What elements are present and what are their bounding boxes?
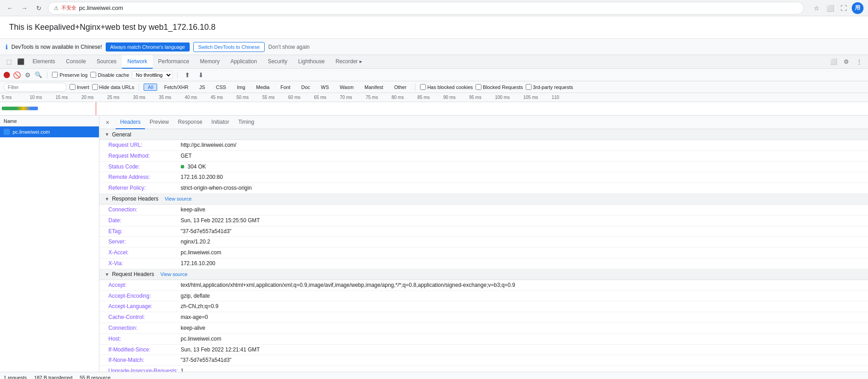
general-section-header[interactable]: ▼ General bbox=[99, 129, 868, 140]
page-content: This is Keepalived+Nginx+web test by web… bbox=[0, 16, 868, 39]
filter-icon[interactable]: ⚙ bbox=[23, 71, 32, 79]
tab-console[interactable]: Console bbox=[61, 55, 91, 69]
extensions-button[interactable]: ⬜ bbox=[825, 3, 835, 14]
response-xvia-row: X-Via: 172.16.10.200 bbox=[99, 258, 868, 269]
resource-size: 55 B resource bbox=[79, 375, 110, 379]
filter-font[interactable]: Font bbox=[276, 84, 294, 91]
reload-button[interactable]: ↻ bbox=[33, 3, 44, 14]
hide-data-urls-checkbox[interactable]: Hide data URLs bbox=[92, 84, 135, 90]
third-party-checkbox[interactable]: 3rd-party requests bbox=[526, 84, 573, 90]
tab-preview[interactable]: Preview bbox=[145, 116, 173, 129]
timeline-body bbox=[0, 102, 868, 116]
remote-address-label: Remote Address: bbox=[108, 173, 181, 181]
switch-chinese-button[interactable]: Switch DevTools to Chinese bbox=[193, 42, 265, 52]
export-icon[interactable]: ⬇ bbox=[196, 70, 206, 80]
referrer-policy-label: Referrer Policy: bbox=[108, 184, 181, 192]
tab-application[interactable]: Application bbox=[225, 55, 262, 69]
device-toggle-icon[interactable]: ⬛ bbox=[15, 56, 26, 67]
tab-security[interactable]: Security bbox=[262, 55, 293, 69]
request-item[interactable]: 🌐 pc.linweiwei.com bbox=[0, 126, 99, 137]
response-headers-section-header[interactable]: ▼ Response Headers View source bbox=[99, 194, 868, 205]
req-upgrade-insecure-key: Upgrade-Insecure-Requests: bbox=[108, 367, 181, 372]
filter-fetch-xhr[interactable]: Fetch/XHR bbox=[160, 84, 192, 91]
tick-20ms: 20 ms bbox=[68, 95, 93, 100]
tab-lighthouse[interactable]: Lighthouse bbox=[293, 55, 330, 69]
req-if-none-match-value: "37-5d7e557a541d3" bbox=[181, 356, 232, 364]
forward-button[interactable]: → bbox=[19, 3, 30, 14]
response-headers-view-source[interactable]: View source bbox=[165, 196, 192, 201]
match-language-button[interactable]: Always match Chrome's language bbox=[106, 42, 190, 51]
response-xaccel-key: X-Accel: bbox=[108, 249, 181, 257]
more-options-icon[interactable]: ⋮ bbox=[854, 56, 864, 67]
req-if-modified-since-key: If-Modified-Since: bbox=[108, 346, 181, 354]
name-column-header: Name bbox=[4, 118, 17, 124]
has-blocked-cookies-checkbox[interactable]: Has blocked cookies bbox=[420, 84, 473, 90]
response-etag-value: "37-5d7e557a541d3" bbox=[181, 228, 232, 235]
tab-elements[interactable]: Elements bbox=[27, 55, 61, 69]
tab-memory[interactable]: Memory bbox=[195, 55, 225, 69]
request-headers-section-header[interactable]: ▼ Request Headers View source bbox=[99, 269, 868, 280]
throttle-select[interactable]: No throttling bbox=[132, 71, 173, 79]
preserve-log-checkbox[interactable]: Preserve log bbox=[52, 72, 88, 78]
tab-network[interactable]: Network bbox=[122, 55, 153, 69]
dock-icon[interactable]: ⬜ bbox=[828, 56, 839, 67]
tab-recorder[interactable]: Recorder ▸ bbox=[330, 55, 368, 69]
filter-js[interactable]: JS bbox=[195, 84, 209, 91]
devtools-infobar: ℹ DevTools is now available in Chinese! … bbox=[0, 39, 868, 55]
separator2 bbox=[177, 71, 177, 79]
back-button[interactable]: ← bbox=[5, 3, 15, 14]
filter-css[interactable]: CSS bbox=[212, 84, 230, 91]
tab-performance[interactable]: Performance bbox=[153, 55, 195, 69]
filter-input[interactable] bbox=[4, 83, 67, 92]
tick-75ms: 75 ms bbox=[352, 95, 378, 100]
response-xvia-key: X-Via: bbox=[108, 260, 181, 267]
network-toolbar: 🚫 ⚙ 🔍 Preserve log Disable cache No thro… bbox=[0, 69, 868, 81]
tab-response[interactable]: Response bbox=[173, 116, 207, 129]
tab-sources[interactable]: Sources bbox=[91, 55, 122, 69]
main-content: Name 🌐 pc.linweiwei.com × Headers Previe… bbox=[0, 116, 868, 372]
request-method-value: GET bbox=[181, 152, 192, 160]
filter-all[interactable]: All bbox=[144, 84, 157, 91]
invert-checkbox[interactable]: Invert bbox=[70, 84, 89, 90]
filter-doc[interactable]: Doc bbox=[297, 84, 314, 91]
dont-show-link[interactable]: Don't show again bbox=[268, 44, 310, 50]
response-server-key: Server: bbox=[108, 238, 181, 246]
devtools-right-icons: ⬜ ⚙ ⋮ bbox=[828, 56, 864, 67]
clear-button[interactable]: 🚫 bbox=[13, 71, 21, 79]
info-icon: ℹ bbox=[5, 43, 8, 51]
search-icon[interactable]: 🔍 bbox=[34, 71, 42, 79]
tab-headers[interactable]: Headers bbox=[116, 116, 145, 129]
record-button[interactable] bbox=[4, 72, 10, 78]
devtools-tab-list: Elements Console Sources Network Perform… bbox=[27, 55, 827, 69]
inspect-element-icon[interactable]: ⬚ bbox=[4, 56, 14, 67]
tick-10ms: 10 ms bbox=[12, 95, 42, 100]
settings-icon[interactable]: ⚙ bbox=[841, 56, 852, 67]
page-title: This is Keepalived+Nginx+web test by web… bbox=[9, 23, 215, 32]
profile-avatar[interactable]: 用 bbox=[852, 2, 863, 14]
tab-timing[interactable]: Timing bbox=[233, 116, 259, 129]
filter-ws[interactable]: WS bbox=[317, 84, 333, 91]
timeline-area[interactable]: 5 ms 10 ms 15 ms 20 ms 25 ms 30 ms 35 ms… bbox=[0, 93, 868, 116]
filter-wasm[interactable]: Wasm bbox=[336, 84, 358, 91]
filter-media[interactable]: Media bbox=[252, 84, 274, 91]
tab-initiator[interactable]: Initiator bbox=[207, 116, 233, 129]
bookmark-button[interactable]: ☆ bbox=[811, 3, 822, 14]
filter-manifest[interactable]: Manifest bbox=[360, 84, 387, 91]
zoom-button[interactable]: ⛶ bbox=[838, 3, 849, 14]
response-headers-title: Response Headers bbox=[112, 196, 159, 202]
request-url-value: http://pc.linweiwei.com/ bbox=[181, 141, 236, 149]
disable-cache-checkbox[interactable]: Disable cache bbox=[90, 72, 129, 78]
filter-other[interactable]: Other bbox=[390, 84, 411, 91]
req-cache-control-key: Cache-Control: bbox=[108, 313, 181, 321]
tick-100ms: 100 ms bbox=[481, 95, 510, 100]
req-connection-key: Connection: bbox=[108, 324, 181, 332]
import-icon[interactable]: ⬆ bbox=[182, 70, 193, 80]
address-bar[interactable]: ⚠ 不安全 pc.linweiwei.com bbox=[48, 2, 804, 14]
blocked-requests-checkbox[interactable]: Blocked Requests bbox=[476, 84, 523, 90]
req-accept-encoding-key: Accept-Encoding: bbox=[108, 292, 181, 300]
request-headers-view-source[interactable]: View source bbox=[160, 271, 187, 277]
close-headers-button[interactable]: × bbox=[103, 118, 112, 127]
headers-content: ▼ General Request URL: http://pc.linweiw… bbox=[99, 129, 868, 372]
tick-70ms: 70 ms bbox=[326, 95, 352, 100]
filter-img[interactable]: Img bbox=[233, 84, 249, 91]
